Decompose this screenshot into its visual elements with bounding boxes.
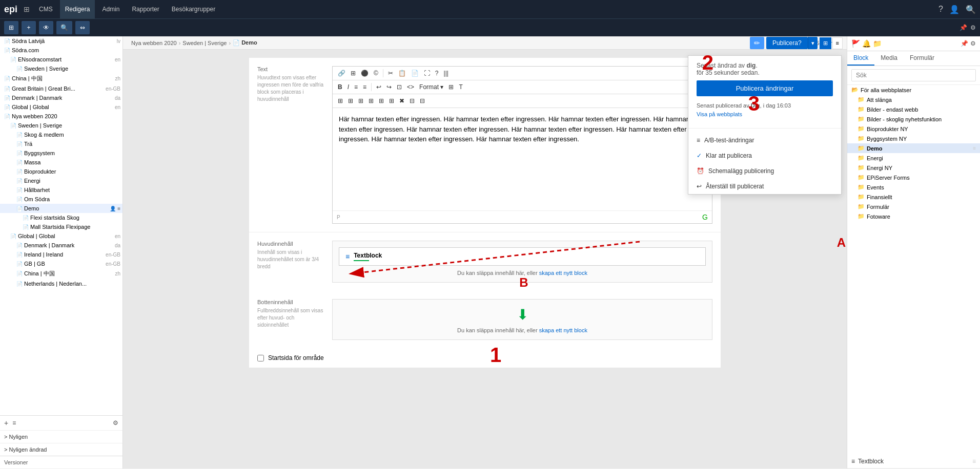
fullscreen-btn[interactable]: ⛶ xyxy=(422,69,432,78)
tb3-btn7[interactable]: ✖ xyxy=(397,96,406,105)
rtree-item[interactable]: 📁 Bioprodukter NY xyxy=(847,124,980,134)
rtree-item[interactable]: 📂 För alla webbplatser xyxy=(847,85,980,95)
tree-item[interactable]: 📄 Om Södra xyxy=(0,195,122,204)
rtree-item[interactable]: 📁 Energi xyxy=(847,153,980,163)
tree-item[interactable]: 📄 Flexi startsida Skog xyxy=(0,213,122,222)
tree-item[interactable]: 📄 GB | GB en-GB xyxy=(0,259,122,268)
preview-btn[interactable]: 👁 xyxy=(39,21,53,34)
tb3-btn5[interactable]: ⊞ xyxy=(377,96,386,105)
add-page-btn[interactable]: + xyxy=(4,419,8,427)
edit-mode-btn[interactable]: ✏ xyxy=(750,37,764,49)
format-dropdown-btn[interactable]: Format ▾ xyxy=(417,82,445,92)
tree-item[interactable]: 📄 Mall Startsida Flexipage xyxy=(0,222,122,231)
search-icon[interactable]: 🔍 xyxy=(966,5,976,14)
more-btn[interactable]: ||| xyxy=(442,69,451,78)
pin-right-icon[interactable]: 📌 xyxy=(961,40,968,47)
pd-restore[interactable]: ↩ Återställ till publicerat xyxy=(688,179,841,194)
tree-item[interactable]: 📄 ENsodracomstart en xyxy=(0,55,122,64)
tree-item[interactable]: 📄 Södra.com xyxy=(0,46,122,55)
textblock-item[interactable]: ≡ Textblock xyxy=(339,247,706,266)
tree-item[interactable]: 📄 Netherlands | Nederlan... xyxy=(0,279,122,288)
grid-icon[interactable]: ⊞ xyxy=(24,5,30,13)
pd-schedule[interactable]: ⏰ Schemalägg publicering xyxy=(688,163,841,179)
undo-btn[interactable]: ↩ xyxy=(374,82,383,92)
settings-icon[interactable]: ⚙ xyxy=(970,24,976,31)
tree-item[interactable]: 📄 Trä xyxy=(0,139,122,148)
media-btn[interactable]: ⊡ xyxy=(395,82,404,92)
tree-item[interactable]: 📄 Hållbarhet xyxy=(0,185,122,195)
tab-block[interactable]: Block xyxy=(847,51,874,66)
bold-btn[interactable]: B xyxy=(336,82,344,92)
list-btn[interactable]: ≡ xyxy=(12,419,16,427)
cut-btn[interactable]: ✂ xyxy=(386,69,395,78)
ol-btn[interactable]: ≡ xyxy=(361,82,369,92)
breadcrumb-item[interactable]: Sweden | Sverige xyxy=(182,40,227,46)
rtree-item[interactable]: 📁 Bilder - endast webb xyxy=(847,104,980,114)
tree-item[interactable]: 📄 Nya webben 2020 xyxy=(0,112,122,121)
nav-rapporter[interactable]: Rapporter xyxy=(127,0,164,18)
code-btn[interactable]: <> xyxy=(405,82,416,92)
recently-section[interactable]: > Nyligen xyxy=(0,430,122,443)
special-btn[interactable]: ⚫ xyxy=(359,69,371,78)
nav-cms[interactable]: CMS xyxy=(34,0,58,18)
tb3-btn8[interactable]: ⊟ xyxy=(407,96,417,105)
sidebar-settings-btn[interactable]: ⚙ xyxy=(113,419,118,427)
breadcrumb-item[interactable]: Nya webben 2020 xyxy=(131,40,177,46)
grid-view-toggle[interactable]: ⊞ xyxy=(820,37,831,49)
list-view-toggle[interactable]: ≡ xyxy=(832,37,843,49)
recently-changed-section[interactable]: > Nyligen ändrad xyxy=(0,443,122,456)
tree-item[interactable]: 📄 Energi xyxy=(0,176,122,185)
textblock-panel-item[interactable]: ≡ Textblock ≡ xyxy=(847,455,980,468)
create-block-link[interactable]: skapa ett nytt block xyxy=(539,270,587,276)
nav-besokargrupper[interactable]: Besökargrupper xyxy=(167,0,220,18)
ul-btn[interactable]: ≡ xyxy=(352,82,360,92)
search-input[interactable] xyxy=(851,69,976,81)
rtree-item[interactable]: 📁 Bilder - skoglig nyhetsfunktion xyxy=(847,114,980,124)
copy-btn[interactable]: 📋 xyxy=(396,69,408,78)
tree-item[interactable]: 📄 Södra Latvijā lv xyxy=(0,36,122,46)
rtree-item[interactable]: 📁 Fotoware xyxy=(847,211,980,221)
help-btn[interactable]: ? xyxy=(433,69,441,78)
right-settings-icon[interactable]: ⚙ xyxy=(970,40,976,47)
publish-dropdown-toggle[interactable]: ▾ xyxy=(808,37,818,49)
tree-item[interactable]: 📄 Denmark | Danmark da xyxy=(0,241,122,250)
tb3-btn9[interactable]: ⊟ xyxy=(418,96,427,105)
tree-item[interactable]: 📄 China | 中国 zh xyxy=(0,268,122,279)
rtree-item[interactable]: 📁 Energi NY xyxy=(847,163,980,173)
tb3-btn3[interactable]: ⊞ xyxy=(356,96,365,105)
tree-item[interactable]: 📄 Massa xyxy=(0,158,122,167)
rtree-item[interactable]: 📁 Formulär xyxy=(847,202,980,211)
publish-btn[interactable]: Publicera? xyxy=(766,37,808,49)
pd-ab-test[interactable]: ≡ A/B-test-ändringar xyxy=(688,133,841,148)
rtree-item[interactable]: 📁 Att slänga xyxy=(847,95,980,104)
tb3-btn1[interactable]: ⊞ xyxy=(336,96,345,105)
tree-item[interactable]: 📄 China | 中国 zh xyxy=(0,73,122,84)
help-icon[interactable]: ? xyxy=(938,5,943,14)
rtree-item[interactable]: 📁 Events xyxy=(847,182,980,192)
redo-btn[interactable]: ↪ xyxy=(384,82,394,92)
tree-item[interactable]: 📄 Global | Global en xyxy=(0,102,122,112)
tree-item[interactable]: 📄 Global | Global en xyxy=(0,231,122,241)
tree-item[interactable]: 📄 Byggsystem xyxy=(0,148,122,158)
tree-item[interactable]: 📄 Skog & medlem xyxy=(0,130,122,139)
move-btn[interactable]: ⇔ xyxy=(75,21,90,34)
table-insert-btn[interactable]: ⊞ xyxy=(446,82,456,92)
pin-icon[interactable]: 📌 xyxy=(959,24,967,31)
view-website-link[interactable]: Visa på webbplats xyxy=(697,111,742,117)
pd-ready[interactable]: ✓ Klar att publicera xyxy=(688,148,841,163)
bottom-drop-zone[interactable]: ⬇ Du kan släppa innehåll här, eller skap… xyxy=(332,299,712,340)
tb3-btn2[interactable]: ⊞ xyxy=(346,96,355,105)
italic-btn[interactable]: I xyxy=(345,82,351,92)
editor-content[interactable]: Här hamnar texten efter ingressen. Här h… xyxy=(333,108,712,210)
rtree-item-demo[interactable]: 📁 Demo ≡ xyxy=(847,143,980,153)
tree-item[interactable]: 📄 Bioprodukter xyxy=(0,167,122,176)
text-color-btn[interactable]: T xyxy=(457,82,464,92)
tb3-btn4[interactable]: ⊞ xyxy=(366,96,376,105)
tree-item[interactable]: 📄 Sweden | Sverige xyxy=(0,121,122,130)
table-btn[interactable]: ⊞ xyxy=(349,69,358,78)
tb3-btn6[interactable]: ⊞ xyxy=(387,96,396,105)
bell-icon[interactable]: 🔔 xyxy=(862,39,871,48)
link-btn[interactable]: 🔗 xyxy=(336,69,348,78)
tab-media[interactable]: Media xyxy=(874,51,904,66)
add-btn[interactable]: + xyxy=(22,21,36,34)
